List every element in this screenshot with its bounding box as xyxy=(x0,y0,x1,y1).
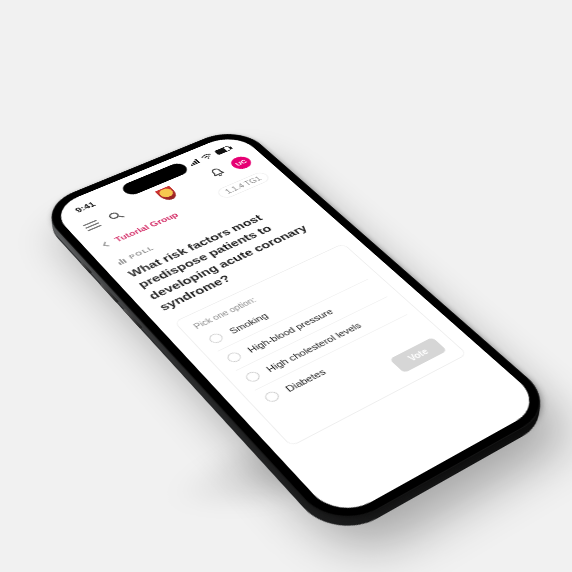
radio-icon xyxy=(225,351,244,364)
status-time: 9:41 xyxy=(73,201,97,214)
battery-icon xyxy=(214,145,232,155)
app-logo xyxy=(155,186,180,202)
poll-option[interactable]: Diabetes xyxy=(255,315,427,411)
poll-option-label: Diabetes xyxy=(283,367,328,393)
poll-option-label: Smoking xyxy=(227,311,270,335)
vote-button[interactable]: Vote xyxy=(389,337,447,373)
poll-option-label: High-blood pressure xyxy=(245,307,335,354)
cellular-signal-icon xyxy=(187,158,200,166)
phone-device: 9:41 xyxy=(36,125,560,534)
poll-option[interactable]: High cholesterol levels xyxy=(236,297,407,391)
back-button[interactable] xyxy=(100,240,112,248)
radio-icon xyxy=(243,370,262,384)
menu-button[interactable] xyxy=(82,219,103,233)
notifications-button[interactable] xyxy=(208,166,228,178)
radio-icon xyxy=(262,390,281,404)
poll-option-label: High cholesterol levels xyxy=(264,321,364,374)
radio-icon xyxy=(207,332,225,345)
avatar[interactable]: UC xyxy=(227,154,255,171)
search-button[interactable] xyxy=(105,209,126,222)
poll-icon xyxy=(115,257,127,265)
wifi-icon xyxy=(197,151,217,163)
svg-point-0 xyxy=(108,212,119,219)
